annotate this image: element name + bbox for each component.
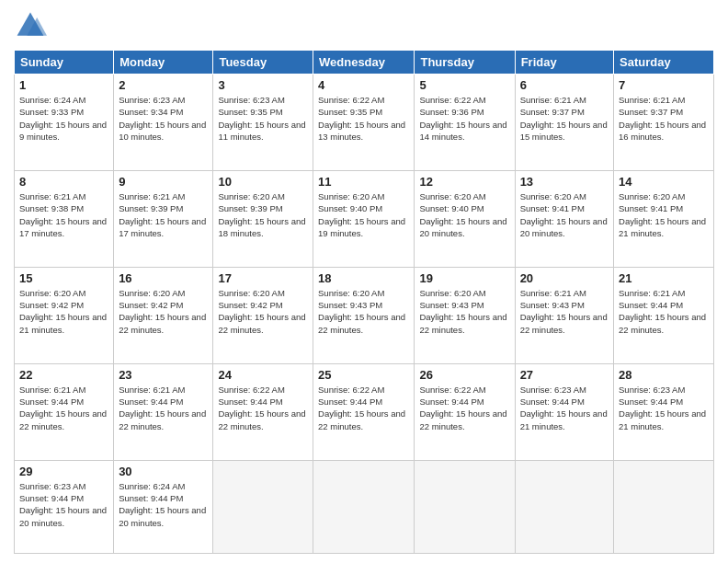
logo-icon: [14, 9, 47, 42]
table-row: 28Sunrise: 6:23 AMSunset: 9:44 PMDayligh…: [614, 363, 714, 460]
col-header-monday: Monday: [114, 51, 213, 75]
table-row: [415, 460, 515, 553]
table-row: 13Sunrise: 6:20 AMSunset: 9:41 PMDayligh…: [515, 170, 613, 267]
calendar-week-3: 15Sunrise: 6:20 AMSunset: 9:42 PMDayligh…: [15, 267, 714, 363]
table-row: 17Sunrise: 6:20 AMSunset: 9:42 PMDayligh…: [213, 267, 313, 363]
table-row: 4Sunrise: 6:22 AMSunset: 9:35 PMDaylight…: [313, 75, 415, 171]
table-row: 21Sunrise: 6:21 AMSunset: 9:44 PMDayligh…: [614, 267, 714, 363]
table-row: 7Sunrise: 6:21 AMSunset: 9:37 PMDaylight…: [614, 75, 714, 171]
table-row: 16Sunrise: 6:20 AMSunset: 9:42 PMDayligh…: [114, 267, 213, 363]
table-row: 11Sunrise: 6:20 AMSunset: 9:40 PMDayligh…: [313, 170, 415, 267]
table-row: [313, 460, 415, 553]
table-row: [515, 460, 613, 553]
table-row: 18Sunrise: 6:20 AMSunset: 9:43 PMDayligh…: [313, 267, 415, 363]
table-row: 25Sunrise: 6:22 AMSunset: 9:44 PMDayligh…: [313, 363, 415, 460]
table-row: 22Sunrise: 6:21 AMSunset: 9:44 PMDayligh…: [15, 363, 114, 460]
table-row: 9Sunrise: 6:21 AMSunset: 9:39 PMDaylight…: [114, 170, 213, 267]
table-row: 14Sunrise: 6:20 AMSunset: 9:41 PMDayligh…: [614, 170, 714, 267]
table-row: 5Sunrise: 6:22 AMSunset: 9:36 PMDaylight…: [415, 75, 515, 171]
table-row: 20Sunrise: 6:21 AMSunset: 9:43 PMDayligh…: [515, 267, 613, 363]
header-row: SundayMondayTuesdayWednesdayThursdayFrid…: [15, 51, 714, 75]
page: SundayMondayTuesdayWednesdayThursdayFrid…: [0, 0, 728, 563]
col-header-thursday: Thursday: [415, 51, 515, 75]
calendar-week-1: 1Sunrise: 6:24 AMSunset: 9:33 PMDaylight…: [15, 75, 714, 171]
table-row: [614, 460, 714, 553]
table-row: 6Sunrise: 6:21 AMSunset: 9:37 PMDaylight…: [515, 75, 613, 171]
table-row: 19Sunrise: 6:20 AMSunset: 9:43 PMDayligh…: [415, 267, 515, 363]
table-row: 8Sunrise: 6:21 AMSunset: 9:38 PMDaylight…: [15, 170, 114, 267]
table-row: 27Sunrise: 6:23 AMSunset: 9:44 PMDayligh…: [515, 363, 613, 460]
table-row: 29Sunrise: 6:23 AMSunset: 9:44 PMDayligh…: [15, 460, 114, 553]
logo: [14, 9, 51, 42]
calendar-table: SundayMondayTuesdayWednesdayThursdayFrid…: [14, 50, 714, 554]
table-row: 12Sunrise: 6:20 AMSunset: 9:40 PMDayligh…: [415, 170, 515, 267]
table-row: [213, 460, 313, 553]
table-row: 10Sunrise: 6:20 AMSunset: 9:39 PMDayligh…: [213, 170, 313, 267]
col-header-saturday: Saturday: [614, 51, 714, 75]
table-row: 24Sunrise: 6:22 AMSunset: 9:44 PMDayligh…: [213, 363, 313, 460]
table-row: 30Sunrise: 6:24 AMSunset: 9:44 PMDayligh…: [114, 460, 213, 553]
col-header-tuesday: Tuesday: [213, 51, 313, 75]
table-row: 15Sunrise: 6:20 AMSunset: 9:42 PMDayligh…: [15, 267, 114, 363]
table-row: 23Sunrise: 6:21 AMSunset: 9:44 PMDayligh…: [114, 363, 213, 460]
col-header-wednesday: Wednesday: [313, 51, 415, 75]
calendar-week-2: 8Sunrise: 6:21 AMSunset: 9:38 PMDaylight…: [15, 170, 714, 267]
table-row: 2Sunrise: 6:23 AMSunset: 9:34 PMDaylight…: [114, 75, 213, 171]
table-row: 3Sunrise: 6:23 AMSunset: 9:35 PMDaylight…: [213, 75, 313, 171]
col-header-sunday: Sunday: [15, 51, 114, 75]
col-header-friday: Friday: [515, 51, 613, 75]
table-row: 26Sunrise: 6:22 AMSunset: 9:44 PMDayligh…: [415, 363, 515, 460]
table-row: 1Sunrise: 6:24 AMSunset: 9:33 PMDaylight…: [15, 75, 114, 171]
calendar-week-5: 29Sunrise: 6:23 AMSunset: 9:44 PMDayligh…: [15, 460, 714, 553]
calendar-week-4: 22Sunrise: 6:21 AMSunset: 9:44 PMDayligh…: [15, 363, 714, 460]
header: [14, 9, 714, 42]
